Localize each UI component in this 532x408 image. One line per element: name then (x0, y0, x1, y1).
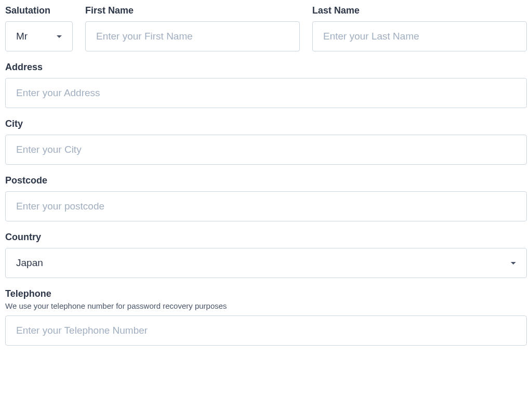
address-group: Address (5, 62, 527, 108)
country-label: Country (5, 232, 527, 243)
city-input[interactable] (5, 135, 527, 165)
salutation-value: Mr (16, 31, 57, 42)
country-value: Japan (16, 257, 511, 269)
salutation-label: Salutation (5, 5, 73, 16)
city-row: City (5, 119, 527, 165)
last-name-label: Last Name (312, 5, 527, 16)
country-select[interactable]: Japan (5, 248, 527, 278)
first-name-group: First Name (85, 5, 300, 51)
caret-down-icon (511, 262, 516, 265)
first-name-input[interactable] (85, 21, 300, 51)
salutation-select[interactable]: Mr (5, 21, 73, 51)
telephone-group: Telephone We use your telephone number f… (5, 288, 527, 346)
postcode-row: Postcode (5, 175, 527, 221)
city-label: City (5, 119, 527, 129)
telephone-helper: We use your telephone number for passwor… (5, 301, 527, 310)
telephone-row: Telephone We use your telephone number f… (5, 288, 527, 346)
address-input[interactable] (5, 78, 527, 108)
city-group: City (5, 119, 527, 165)
postcode-label: Postcode (5, 175, 527, 186)
last-name-group: Last Name (312, 5, 527, 51)
postcode-input[interactable] (5, 191, 527, 221)
last-name-input[interactable] (312, 21, 527, 51)
country-group: Country Japan (5, 232, 527, 278)
address-label: Address (5, 62, 527, 73)
country-row: Country Japan (5, 232, 527, 278)
name-row: Salutation Mr First Name Last Name (5, 5, 527, 51)
address-row: Address (5, 62, 527, 108)
telephone-input[interactable] (5, 315, 527, 346)
first-name-label: First Name (85, 5, 300, 16)
telephone-label: Telephone (5, 288, 527, 299)
caret-down-icon (57, 35, 62, 38)
postcode-group: Postcode (5, 175, 527, 221)
salutation-group: Salutation Mr (5, 5, 73, 51)
